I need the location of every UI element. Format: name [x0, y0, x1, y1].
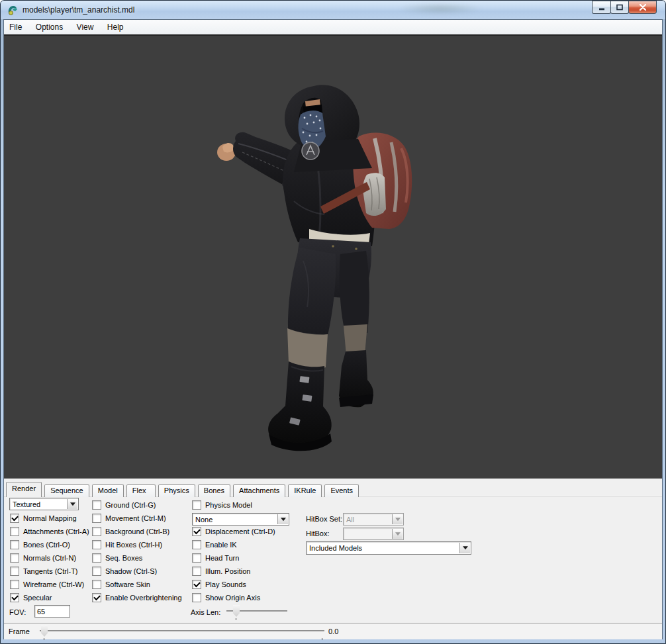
- checkbox-box[interactable]: [92, 567, 101, 576]
- checkbox-box[interactable]: [92, 500, 101, 510]
- checkbox-normals[interactable]: Normals (Ctrl-N): [10, 553, 76, 563]
- close-icon: [639, 4, 647, 11]
- menu-view[interactable]: View: [71, 20, 99, 34]
- model-viewport[interactable]: [4, 34, 662, 479]
- model-3d-view: [4, 36, 662, 479]
- checkbox-enable-ik[interactable]: Enable IK: [192, 540, 237, 549]
- tab-ikrule[interactable]: IKRule: [288, 484, 322, 497]
- minimize-button[interactable]: [592, 1, 611, 14]
- model-jeans: [288, 238, 371, 336]
- tab-bones[interactable]: Bones: [198, 484, 230, 497]
- checkbox-box[interactable]: [192, 500, 201, 510]
- combo-arrow-icon[interactable]: [459, 543, 470, 553]
- slider-track[interactable]: [40, 630, 324, 631]
- checkbox-box[interactable]: [192, 540, 201, 549]
- tab-sequence[interactable]: Sequence: [44, 484, 89, 497]
- checkbox-show-origin-axis[interactable]: Show Origin Axis: [192, 593, 260, 602]
- axis-len-slider[interactable]: [226, 604, 287, 618]
- hitbox-set-label: HitBox Set:: [306, 515, 342, 523]
- checkbox-box[interactable]: [192, 553, 201, 563]
- checkbox-box[interactable]: [192, 580, 201, 589]
- tab-render[interactable]: Render: [6, 482, 42, 497]
- slider-thumb[interactable]: [233, 605, 240, 617]
- frame-value: 0.0: [328, 627, 338, 635]
- checkbox-shadow[interactable]: Shadow (Ctrl-S): [92, 567, 157, 576]
- checkbox-box[interactable]: [92, 527, 101, 536]
- tab-attachments[interactable]: Attachments: [233, 484, 285, 497]
- checkbox-box[interactable]: [192, 527, 201, 536]
- checkbox-tangents[interactable]: Tangents (Ctrl-T): [10, 567, 78, 576]
- backpack-pouch: [363, 173, 386, 216]
- checkbox-illum-position[interactable]: Illum. Position: [192, 567, 250, 576]
- fov-input[interactable]: [34, 605, 70, 618]
- frame-label: Frame: [9, 627, 30, 635]
- minimize-icon: [598, 5, 605, 11]
- checkbox-box[interactable]: [92, 514, 101, 523]
- checkbox-box[interactable]: [10, 527, 19, 536]
- render-mode-value: Textured: [13, 500, 40, 508]
- checkbox-box[interactable]: [10, 567, 19, 576]
- checkbox-bones[interactable]: Bones (Ctrl-O): [10, 540, 70, 549]
- window-title: models\player\tm_anarchist.mdl: [23, 5, 134, 15]
- frame-slider[interactable]: [40, 624, 324, 637]
- checkbox-movement[interactable]: Movement (Ctrl-M): [92, 514, 166, 523]
- checkbox-box[interactable]: [10, 553, 19, 563]
- slider-tick: [44, 638, 44, 640]
- hitbox-set-value: All: [346, 516, 354, 524]
- model-hood: [285, 85, 372, 172]
- checkbox-hit-boxes[interactable]: Hit Boxes (Ctrl-H): [92, 540, 162, 549]
- checkbox-box[interactable]: [92, 553, 101, 563]
- checkbox-attachments[interactable]: Attachments (Ctrl-A): [10, 527, 89, 536]
- title-bar[interactable]: models\player\tm_anarchist.mdl: [0, 0, 666, 19]
- overlay-combo[interactable]: None: [192, 513, 289, 526]
- fov-label: FOV:: [9, 608, 26, 616]
- menu-file[interactable]: File: [4, 20, 27, 34]
- checkbox-box[interactable]: [10, 540, 19, 549]
- checkbox-box[interactable]: [192, 567, 201, 576]
- tab-events[interactable]: Events: [324, 484, 359, 497]
- menu-help[interactable]: Help: [102, 20, 129, 34]
- slider-tick: [236, 618, 236, 620]
- checkbox-enable-overbrightening[interactable]: Enable Overbrightening: [92, 593, 182, 602]
- checkbox-box[interactable]: [92, 580, 101, 589]
- combo-arrow-icon: [392, 514, 403, 524]
- checkbox-specular[interactable]: Specular: [10, 593, 52, 602]
- overlay-value: None: [195, 516, 213, 524]
- hitbox-combo: [343, 528, 404, 540]
- checkbox-box[interactable]: [10, 514, 19, 523]
- slider-thumb[interactable]: [41, 625, 48, 637]
- checkbox-box[interactable]: [92, 593, 101, 602]
- checkbox-seq-boxes[interactable]: Seq. Boxes: [92, 553, 142, 563]
- checkbox-box[interactable]: [192, 593, 201, 602]
- combo-arrow-icon: [392, 529, 403, 539]
- checkbox-normal-mapping[interactable]: Normal Mapping: [10, 514, 77, 523]
- application-window: models\player\tm_anarchist.mdl File Opti…: [0, 0, 666, 644]
- checkbox-play-sounds[interactable]: Play Sounds: [192, 580, 246, 589]
- tab-flex[interactable]: Flex: [126, 484, 156, 497]
- checkbox-box[interactable]: [92, 540, 101, 549]
- checkbox-wireframe[interactable]: Wireframe (Ctrl-W): [10, 580, 84, 589]
- combo-arrow-icon[interactable]: [277, 514, 288, 524]
- window-controls: [592, 1, 657, 15]
- app-icon: [7, 4, 19, 16]
- checkbox-box[interactable]: [10, 580, 19, 589]
- maximize-button[interactable]: [610, 1, 629, 14]
- hitbox-set-combo: All: [343, 513, 404, 526]
- slider-tick: [322, 638, 322, 640]
- close-button[interactable]: [628, 1, 657, 14]
- menu-bar: File Options View Help: [4, 20, 662, 34]
- render-mode-combo[interactable]: Textured: [9, 498, 79, 510]
- combo-arrow-icon[interactable]: [67, 499, 77, 509]
- checkbox-box[interactable]: [10, 593, 19, 602]
- checkbox-physics-model[interactable]: Physics Model: [192, 500, 252, 510]
- checkbox-software-skin[interactable]: Software Skin: [92, 580, 150, 589]
- included-models-combo[interactable]: Included Models: [306, 541, 471, 555]
- checkbox-background[interactable]: Background (Ctrl-B): [92, 527, 169, 536]
- menu-options[interactable]: Options: [30, 20, 68, 34]
- checkbox-ground[interactable]: Ground (Ctrl-G): [92, 500, 156, 510]
- tab-model[interactable]: Model: [92, 484, 124, 497]
- tab-physics[interactable]: Physics: [158, 484, 195, 497]
- tab-strip: Render Sequence Model Flex Physics Bones…: [6, 482, 660, 496]
- checkbox-head-turn[interactable]: Head Turn: [192, 553, 239, 563]
- checkbox-displacement[interactable]: Displacement (Ctrl-D): [192, 527, 275, 536]
